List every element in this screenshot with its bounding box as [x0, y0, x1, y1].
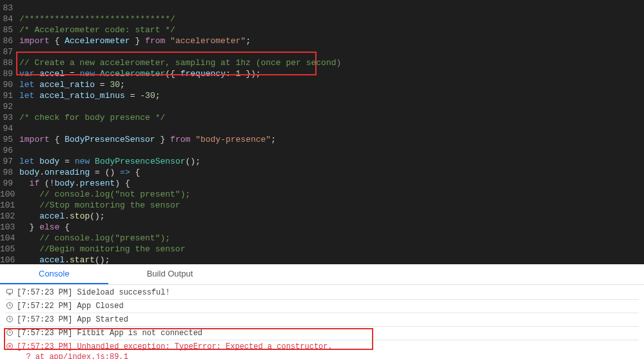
line-number: 100: [0, 189, 17, 200]
code-line[interactable]: 96: [0, 145, 644, 156]
line-number: 94: [0, 123, 17, 134]
svg-line-5: [10, 306, 11, 306]
log-text: [7:57:22 PM] App Closed: [17, 301, 124, 311]
console-log-line[interactable]: [7:57:23 PM] Fitbit App is not connected: [5, 327, 639, 340]
line-number: 88: [0, 57, 17, 68]
line-content: } else {: [17, 222, 70, 233]
code-line[interactable]: 85/* Accelerometer code: start */: [0, 24, 644, 35]
code-line[interactable]: 94: [0, 123, 644, 134]
code-line[interactable]: 95import { BodyPresenceSensor } from "bo…: [0, 134, 644, 145]
svg-rect-0: [7, 289, 13, 293]
monitor-icon: [5, 287, 14, 296]
code-editor[interactable]: 8384/*****************************/85/* …: [0, 0, 644, 264]
line-content: [17, 101, 19, 112]
line-number: 105: [0, 244, 17, 255]
line-number: 85: [0, 24, 17, 35]
code-line[interactable]: 104 // console.log("present");: [0, 233, 644, 244]
line-content: /* Accelerometer code: start */: [17, 24, 175, 35]
code-line[interactable]: 93/* check for body presence */: [0, 112, 644, 123]
line-content: accel.stop();: [17, 211, 105, 222]
code-line[interactable]: 105 //Begin monitoring the sensor: [0, 244, 644, 255]
line-number: 95: [0, 134, 17, 145]
panel-tabs: Console Build Output: [0, 264, 644, 285]
line-content: var accel = new Accelerometer({ frequenc…: [17, 68, 261, 79]
line-content: // Create a new accelerometer, sampling …: [17, 57, 341, 68]
log-text: [7:57:23 PM] App Started: [17, 315, 128, 325]
line-content: let body = new BodyPresenceSensor();: [17, 156, 200, 167]
line-content: /* check for body presence */: [17, 112, 165, 123]
console-log-line[interactable]: [7:57:23 PM] App Started: [5, 313, 639, 326]
log-text: [7:57:23 PM] Fitbit App is not connected: [17, 328, 202, 338]
svg-line-11: [10, 333, 11, 333]
log-text: [7:57:23 PM] Unhandled exception: TypeEr…: [17, 342, 333, 359]
line-number: 83: [0, 3, 17, 14]
code-line[interactable]: 84/*****************************/: [0, 14, 644, 24]
line-number: 86: [0, 35, 17, 46]
line-number: 87: [0, 46, 17, 57]
line-number: 96: [0, 145, 17, 156]
line-number: 93: [0, 112, 17, 123]
line-content: [17, 3, 19, 14]
line-content: [17, 46, 19, 57]
tab-build-output[interactable]: Build Output: [108, 264, 232, 284]
line-number: 99: [0, 178, 17, 189]
console-log-line[interactable]: [7:57:23 PM] Unhandled exception: TypeEr…: [5, 340, 639, 359]
line-number: 103: [0, 222, 17, 233]
line-content: import { Accelerometer } from "accelerom…: [17, 35, 251, 46]
line-content: //Stop monitoring the sensor: [17, 200, 181, 211]
console-log-line[interactable]: [7:57:23 PM] Sideload successful!: [5, 286, 639, 299]
line-number: 89: [0, 68, 17, 79]
clock-icon: [5, 301, 14, 310]
code-line[interactable]: 103 } else {: [0, 222, 644, 233]
code-line[interactable]: 91let accel_ratio_minus = -30;: [0, 90, 644, 101]
code-line[interactable]: 89var accel = new Accelerometer({ freque…: [0, 68, 644, 79]
bottom-panel: Console Build Output [7:57:23 PM] Sidelo…: [0, 264, 644, 359]
line-number: 84: [0, 14, 17, 24]
code-line[interactable]: 101 //Stop monitoring the sensor: [0, 200, 644, 211]
code-line[interactable]: 92: [0, 101, 644, 112]
code-line[interactable]: 99 if (!body.present) {: [0, 178, 644, 189]
svg-line-8: [10, 319, 11, 320]
line-content: [17, 123, 19, 134]
code-line[interactable]: 98body.onreading = () => {: [0, 167, 644, 178]
code-line[interactable]: 97let body = new BodyPresenceSensor();: [0, 156, 644, 167]
line-content: /*****************************/: [17, 14, 175, 24]
code-line[interactable]: 86import { Accelerometer } from "acceler…: [0, 35, 644, 46]
tab-console[interactable]: Console: [0, 264, 108, 284]
line-content: let accel_ratio_minus = -30;: [17, 90, 161, 101]
code-line[interactable]: 88// Create a new accelerometer, samplin…: [0, 57, 644, 68]
code-line[interactable]: 90let accel_ratio = 30;: [0, 79, 644, 90]
line-number: 91: [0, 90, 17, 101]
console-output[interactable]: [7:57:23 PM] Sideload successful![7:57:2…: [0, 285, 644, 359]
line-number: 92: [0, 101, 17, 112]
line-content: // console.log("present");: [17, 233, 170, 244]
code-line[interactable]: 87: [0, 46, 644, 57]
line-number: 102: [0, 211, 17, 222]
line-number: 97: [0, 156, 17, 167]
code-line[interactable]: 83: [0, 3, 644, 14]
log-text: [7:57:23 PM] Sideload successful!: [17, 287, 170, 298]
error-icon: [5, 342, 14, 351]
line-content: if (!body.present) {: [17, 178, 130, 189]
line-number: 101: [0, 200, 17, 211]
code-line[interactable]: 102 accel.stop();: [0, 211, 644, 222]
clock-icon: [5, 315, 14, 324]
clock-icon: [5, 328, 14, 337]
line-content: //Begin monitoring the sensor: [17, 244, 185, 255]
code-line[interactable]: 100 // console.log("not present");: [0, 189, 644, 200]
line-content: // console.log("not present");: [17, 189, 190, 200]
line-number: 104: [0, 233, 17, 244]
line-content: body.onreading = () => {: [17, 167, 140, 178]
line-number: 98: [0, 167, 17, 178]
line-content: import { BodyPresenceSensor } from "body…: [17, 134, 276, 145]
line-number: 90: [0, 79, 17, 90]
line-content: let accel_ratio = 30;: [17, 79, 125, 90]
line-content: [17, 145, 19, 156]
console-log-line[interactable]: [7:57:22 PM] App Closed: [5, 300, 639, 313]
